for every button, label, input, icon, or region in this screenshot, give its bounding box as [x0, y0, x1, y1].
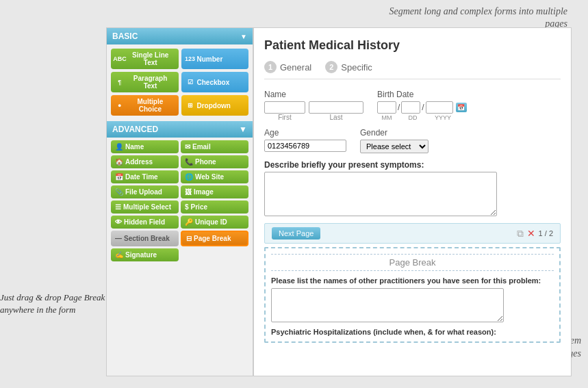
page-break-section: Page Break Please list the names of othe…: [264, 247, 561, 343]
first-name-group: First: [264, 101, 305, 121]
signature-field-btn[interactable]: ✍ Signature: [111, 248, 179, 261]
phone-icon: 📞: [185, 158, 193, 166]
tab-specific-label: Specific: [341, 62, 372, 73]
name-group: Name First Last: [264, 90, 363, 121]
tab-specific[interactable]: 2 Specific: [325, 61, 372, 73]
section-break-icon: —: [115, 235, 122, 242]
symptoms-textarea[interactable]: [264, 172, 497, 216]
practitioners-group: Please list the names of other practitio…: [271, 276, 554, 322]
first-name-input[interactable]: [264, 101, 305, 114]
left-panel: BASIC ▼ ABC Single Line Text 123 Number …: [106, 27, 253, 376]
practitioners-label: Please list the names of other practitio…: [271, 276, 554, 285]
basic-fields-grid: ABC Single Line Text 123 Number ¶ Paragr…: [107, 44, 253, 120]
mm-label: MM: [377, 114, 396, 121]
dd-label: DD: [403, 114, 422, 121]
phone-field-btn[interactable]: 📞 Phone: [181, 155, 248, 168]
next-page-bar: Next Page ⧉ ✕ 1 / 2: [264, 223, 561, 244]
dropdown-btn[interactable]: ⊞ Dropdown: [181, 95, 249, 116]
calendar-icon: 📅: [115, 173, 123, 181]
form-tabs: 1 General 2 Specific: [264, 61, 561, 79]
name-inputs: First Last: [264, 101, 363, 121]
date-sep-1: /: [398, 103, 400, 112]
copy-icon[interactable]: ⧉: [517, 228, 524, 240]
first-label: First: [264, 114, 305, 121]
birth-labels: MM DD YYYY: [377, 114, 467, 121]
yyyy-label: YYYY: [429, 114, 457, 121]
single-line-text-btn[interactable]: ABC Single Line Text: [111, 49, 179, 69]
image-icon: 🖼: [185, 188, 192, 196]
unique-id-field-btn[interactable]: 🔑 Unique ID: [181, 216, 248, 229]
tab-general-num: 1: [264, 61, 277, 73]
file-upload-field-btn[interactable]: 📎 File Upload: [111, 185, 179, 198]
dropdown-icon: ⊞: [186, 102, 195, 109]
number-icon: 123: [186, 55, 195, 62]
tab-general[interactable]: 1 General: [264, 61, 311, 73]
circle-icon: ●: [115, 102, 124, 109]
multiple-select-field-btn[interactable]: ☰ Multiple Select: [111, 201, 179, 214]
form-panel: Patient Medical History 1 General 2 Spec…: [253, 27, 572, 376]
psych-label: Psychiatric Hospitalizations (include wh…: [271, 328, 554, 336]
name-field-btn[interactable]: 👤 Name: [111, 140, 179, 153]
globe-icon: 🌐: [185, 173, 193, 181]
page-break-icon: ⊟: [186, 235, 192, 242]
last-name-input[interactable]: [309, 101, 363, 114]
hidden-icon: 👁: [115, 218, 122, 226]
advanced-collapse-icon[interactable]: ▼: [239, 125, 247, 134]
birth-date-group: Birth Date / / 📅 MM DD YYYY: [377, 90, 467, 121]
practitioners-textarea[interactable]: [271, 288, 504, 322]
page-break-field-btn[interactable]: ⊟ Page Break: [181, 231, 248, 246]
price-icon: $: [185, 203, 189, 211]
gender-label: Gender: [360, 128, 429, 138]
email-field-btn[interactable]: ✉ Email: [181, 140, 248, 153]
website-field-btn[interactable]: 🌐 Web Site: [181, 170, 248, 183]
paragraph-icon: ¶: [115, 79, 125, 86]
image-field-btn[interactable]: 🖼 Image: [181, 185, 248, 198]
advanced-fields-grid: 👤 Name ✉ Email 🏠 Address 📞 Phone 📅 Date …: [107, 138, 253, 264]
tab-specific-num: 2: [325, 61, 337, 73]
symptoms-group: Describe briefly your present symptoms:: [264, 160, 561, 216]
email-icon: ✉: [185, 143, 190, 151]
basic-section-header: BASIC ▼: [107, 28, 253, 44]
name-birthdate-row: Name First Last Birth Date /: [264, 90, 561, 121]
bottom-left-annotation: Just drag & drop Page Break field anywhe…: [0, 292, 123, 316]
last-name-group: Last: [309, 101, 363, 121]
paragraph-text-btn[interactable]: ¶ Paragraph Text: [111, 72, 179, 92]
abc-icon: ABC: [115, 55, 125, 62]
number-btn[interactable]: 123 Number: [181, 49, 249, 69]
age-input[interactable]: [264, 140, 346, 152]
signature-icon: ✍: [115, 251, 123, 259]
page-counter: ⧉ ✕ 1 / 2: [517, 228, 553, 240]
price-field-btn[interactable]: $ Price: [181, 201, 248, 214]
delete-icon[interactable]: ✕: [527, 228, 535, 239]
birth-month-input[interactable]: [377, 101, 396, 114]
upload-icon: 📎: [115, 188, 123, 196]
checkbox-btn[interactable]: ☑ Checkbox: [181, 72, 249, 92]
gender-select[interactable]: Please select Male Female: [360, 140, 429, 153]
birth-date-label: Birth Date: [377, 90, 467, 99]
calendar-picker-icon[interactable]: 📅: [456, 103, 467, 112]
advanced-section-header: ADVANCED ▼: [107, 121, 253, 138]
multiple-choice-btn[interactable]: ● Multiple Choice: [111, 95, 179, 116]
birth-day-input[interactable]: [401, 101, 420, 114]
form-title: Patient Medical History: [264, 38, 561, 53]
page-break-label: Page Break: [271, 254, 554, 271]
name-label: Name: [264, 90, 363, 99]
hidden-field-btn[interactable]: 👁 Hidden Field: [111, 216, 179, 229]
datetime-field-btn[interactable]: 📅 Date Time: [111, 170, 179, 183]
main-container: BASIC ▼ ABC Single Line Text 123 Number …: [106, 27, 572, 376]
address-icon: 🏠: [115, 158, 123, 166]
top-annotation: Segment long and complex forms into mult…: [376, 5, 567, 30]
next-page-button[interactable]: Next Page: [272, 227, 320, 240]
list-icon: ☰: [115, 203, 121, 211]
last-label: Last: [309, 114, 363, 121]
age-label: Age: [264, 128, 346, 138]
symptoms-label: Describe briefly your present symptoms:: [264, 160, 561, 170]
section-break-field-btn[interactable]: — Section Break: [111, 231, 179, 246]
date-sep-2: /: [422, 103, 424, 112]
address-field-btn[interactable]: 🏠 Address: [111, 155, 179, 168]
checkbox-icon: ☑: [186, 79, 195, 86]
basic-collapse-icon[interactable]: ▼: [240, 33, 247, 40]
tab-general-label: General: [280, 62, 311, 73]
name-field-icon: 👤: [115, 143, 123, 151]
birth-year-input[interactable]: [426, 101, 453, 114]
